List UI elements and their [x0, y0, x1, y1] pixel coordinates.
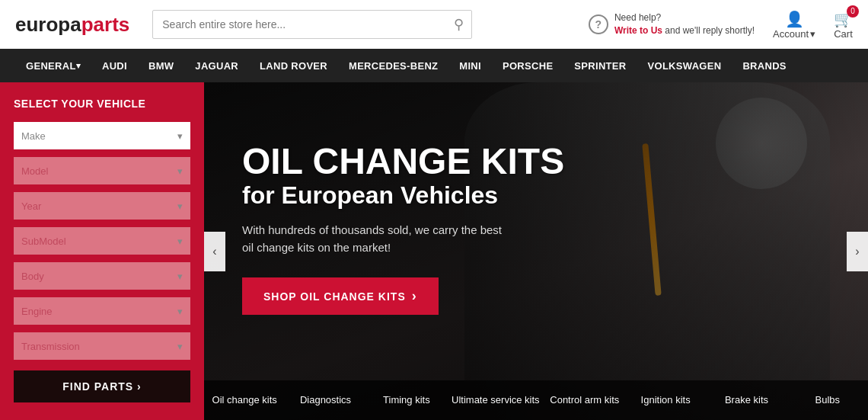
help-section: ? Need help? Write to Us and we'll reply… [589, 11, 755, 37]
kit-link-bulbs[interactable]: Bulbs [787, 394, 868, 406]
sidebar: SELECT YOUR VEHICLE Make Model Year SubM… [0, 82, 204, 420]
logo-parts: parts [81, 13, 130, 37]
nav-item-land-rover[interactable]: LAND ROVER [249, 49, 338, 82]
search-input[interactable] [153, 18, 446, 30]
cart-label: Cart [834, 28, 853, 40]
make-select-wrap: Make [14, 122, 190, 149]
body-select-wrap: Body [14, 262, 190, 290]
account-icon: 👤 [785, 10, 804, 28]
search-bar: ⚲ [152, 10, 472, 39]
header: europaparts ⚲ ? Need help? Write to Us a… [0, 0, 868, 49]
hero-title-sub: for European Vehicles [242, 181, 830, 210]
hero-title-main: OIL CHANGE KITS [242, 142, 830, 182]
transmission-select-wrap: Transmission [14, 332, 190, 360]
year-select-wrap: Year [14, 192, 190, 220]
nav-item-bmw[interactable]: BMW [138, 49, 184, 82]
logo[interactable]: europaparts [15, 13, 129, 37]
kit-link-ignition[interactable]: Ignition kits [625, 394, 706, 406]
nav-item-audi[interactable]: AUDI [91, 49, 138, 82]
main-content: SELECT YOUR VEHICLE Make Model Year SubM… [0, 82, 868, 420]
shop-oil-change-kits-button[interactable]: SHOP OIL CHANGE KITS [242, 277, 439, 315]
make-select[interactable]: Make [14, 122, 190, 149]
nav-item-porsche[interactable]: PORSCHE [492, 49, 563, 82]
nav-bar: GENERAL AUDI BMW JAGUAR LAND ROVER MERCE… [0, 49, 868, 82]
search-button[interactable]: ⚲ [446, 16, 471, 33]
nav-item-brands[interactable]: BRANDS [732, 49, 796, 82]
kit-link-ultimate-service[interactable]: Ultimate service kits [447, 394, 544, 406]
engine-select-wrap: Engine [14, 297, 190, 325]
body-select[interactable]: Body [14, 262, 190, 290]
hero-description: With hundreds of thousands sold, we carr… [242, 222, 830, 256]
transmission-select[interactable]: Transmission [14, 332, 190, 360]
kit-link-brake[interactable]: Brake kits [706, 394, 787, 406]
account-label: Account ▾ [773, 28, 815, 40]
account-section[interactable]: 👤 Account ▾ [773, 10, 815, 40]
nav-item-general[interactable]: GENERAL [15, 49, 91, 82]
carousel-next-button[interactable]: › [847, 232, 868, 271]
model-select-wrap: Model [14, 157, 190, 184]
nav-item-mercedes-benz[interactable]: MERCEDES-BENZ [338, 49, 448, 82]
kit-link-diagnostics[interactable]: Diagnostics [285, 394, 365, 406]
submodel-select[interactable]: SubModel [14, 227, 190, 255]
cart-section[interactable]: 🛒 0 Cart [834, 10, 853, 40]
nav-item-sprinter[interactable]: SPRINTER [563, 49, 637, 82]
year-select[interactable]: Year [14, 192, 190, 220]
write-to-us-link[interactable]: Write to Us [614, 25, 662, 36]
help-text: Need help? Write to Us and we'll reply s… [614, 11, 755, 37]
kit-links-bar: Oil change kits Diagnostics Timing kits … [204, 380, 868, 420]
sidebar-title: SELECT YOUR VEHICLE [14, 98, 190, 110]
kit-link-control-arm[interactable]: Control arm kits [544, 394, 625, 406]
find-parts-button[interactable]: FIND PARTS › [14, 370, 190, 402]
model-select[interactable]: Model [14, 157, 190, 184]
header-right: ? Need help? Write to Us and we'll reply… [589, 10, 853, 40]
engine-select[interactable]: Engine [14, 297, 190, 325]
hero-content: OIL CHANGE KITS for European Vehicles Wi… [204, 82, 868, 374]
kit-link-oil-change[interactable]: Oil change kits [204, 394, 285, 406]
help-icon: ? [589, 14, 608, 34]
logo-europa: europa [15, 13, 81, 37]
cart-icon-wrap: 🛒 0 [834, 10, 853, 28]
kit-link-timing[interactable]: Timing kits [366, 394, 447, 406]
hero-area: OIL CHANGE KITS for European Vehicles Wi… [204, 82, 868, 420]
cart-badge: 0 [847, 5, 859, 18]
nav-item-jaguar[interactable]: JAGUAR [184, 49, 249, 82]
nav-item-volkswagen[interactable]: VOLKSWAGEN [637, 49, 732, 82]
nav-item-mini[interactable]: MINI [448, 49, 492, 82]
carousel-prev-button[interactable]: ‹ [204, 232, 225, 271]
submodel-select-wrap: SubModel [14, 227, 190, 255]
